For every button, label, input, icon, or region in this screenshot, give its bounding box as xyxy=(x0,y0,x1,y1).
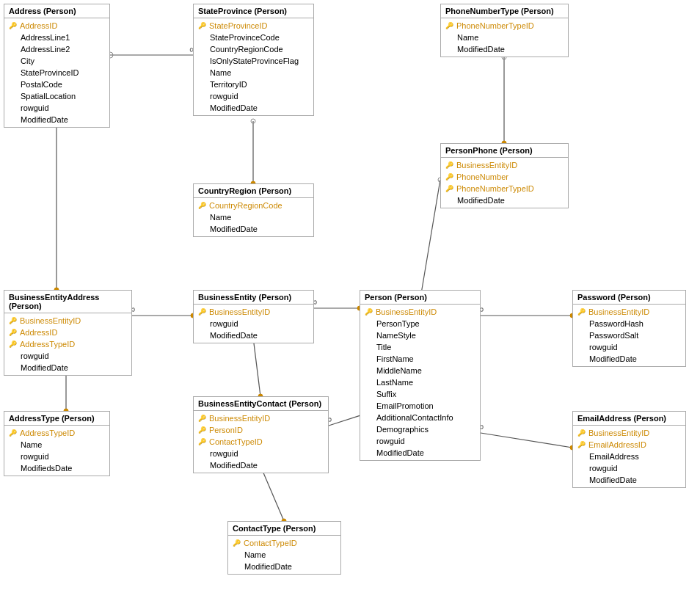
svg-point-4 xyxy=(251,119,255,123)
field-name: LastName xyxy=(376,378,413,387)
field-row: 🔑AddressTypeID xyxy=(4,338,131,350)
field-row: ModifiedDate xyxy=(441,43,568,55)
field-row: 🔑PhoneNumberTypeID xyxy=(441,20,568,32)
entity-header-businessentityaddress: BusinessEntityAddress (Person) xyxy=(4,291,131,313)
field-name: ModifiedDate xyxy=(210,461,258,470)
entity-emailaddress: EmailAddress (Person)🔑BusinessEntityID🔑E… xyxy=(572,411,686,488)
field-row: EmailAddress xyxy=(573,451,685,462)
svg-line-9 xyxy=(420,180,440,302)
field-name: Name xyxy=(244,550,266,559)
key-icon: 🔑 xyxy=(198,426,206,434)
field-name: Name xyxy=(457,33,478,42)
field-row: AddressLine2 xyxy=(4,43,109,55)
field-row: 🔑EmailAddressID xyxy=(573,439,685,451)
field-name: BusinessEntityID xyxy=(20,316,81,325)
field-name: ModifiedDate xyxy=(210,331,258,340)
key-icon: 🔑 xyxy=(198,308,206,316)
entity-address: Address (Person)🔑AddressIDAddressLine1Ad… xyxy=(4,4,110,128)
field-name: ModifiedDate xyxy=(21,363,68,372)
key-icon: 🔑 xyxy=(577,429,586,437)
field-row: Name xyxy=(194,211,313,223)
field-name: Demographics xyxy=(376,425,429,434)
field-name: BusinessEntityID xyxy=(456,161,517,170)
field-name: BusinessEntityID xyxy=(588,429,649,437)
field-name: AddressTypeID xyxy=(20,429,75,437)
entity-header-addresstype: AddressType (Person) xyxy=(4,412,109,426)
field-name: ModifiedDate xyxy=(244,562,292,571)
key-icon: 🔑 xyxy=(9,329,17,336)
field-row: 🔑AddressID xyxy=(4,327,131,338)
field-name: AddressID xyxy=(20,21,57,30)
field-name: BusinessEntityID xyxy=(376,307,437,316)
field-name: ModifiedDate xyxy=(21,115,68,124)
key-icon: 🔑 xyxy=(577,308,586,316)
field-row: StateProvinceCode xyxy=(194,32,313,43)
svg-line-32 xyxy=(260,466,284,521)
entity-body-personphone: 🔑BusinessEntityID🔑PhoneNumber🔑PhoneNumbe… xyxy=(441,158,568,208)
entity-header-password: Password (Person) xyxy=(573,291,685,305)
entity-body-businessentityaddress: 🔑BusinessEntityID🔑AddressID🔑AddressTypeI… xyxy=(4,313,131,375)
field-row: rowguid xyxy=(360,435,480,447)
key-icon: 🔑 xyxy=(198,438,206,445)
field-name: ModifiedDate xyxy=(376,448,424,457)
field-row: 🔑BusinessEntityID xyxy=(4,315,131,327)
field-row: 🔑BusinessEntityID xyxy=(573,306,685,318)
entity-body-countryregion: 🔑CountryRegionCodeNameModifiedDate xyxy=(194,198,313,236)
field-row: rowguid xyxy=(194,448,328,459)
field-name: PhoneNumberTypeID xyxy=(456,21,534,30)
field-name: Name xyxy=(21,440,42,449)
key-icon: 🔑 xyxy=(9,340,17,348)
entity-countryregion: CountryRegion (Person)🔑CountryRegionCode… xyxy=(193,183,314,237)
field-row: ModifiedDate xyxy=(228,561,340,572)
field-name: ModifiedDate xyxy=(457,196,505,205)
field-row: Name xyxy=(228,549,340,561)
field-row: rowguid xyxy=(4,451,109,462)
field-row: ModifiedDate xyxy=(194,329,313,341)
field-row: PasswordHash xyxy=(573,318,685,329)
field-name: AddressID xyxy=(20,328,57,337)
field-row: rowguid xyxy=(573,462,685,474)
field-name: rowguid xyxy=(210,92,238,101)
field-row: Suffix xyxy=(360,388,480,400)
field-name: AddressTypeID xyxy=(20,340,75,349)
field-row: Name xyxy=(194,67,313,79)
field-row: ModifiedDate xyxy=(194,223,313,235)
field-row: FirstName xyxy=(360,353,480,365)
entity-body-businessentitycontact: 🔑BusinessEntityID🔑PersonID🔑ContactTypeID… xyxy=(194,411,328,473)
field-row: ModifiedDate xyxy=(4,362,131,374)
field-row: MiddleName xyxy=(360,365,480,376)
field-name: EmailAddress xyxy=(589,452,639,461)
field-row: 🔑AddressTypeID xyxy=(4,427,109,439)
field-row: PostalCode xyxy=(4,79,109,90)
field-row: StateProvinceID xyxy=(4,67,109,79)
field-name: PhoneNumber xyxy=(456,172,508,181)
field-name: Name xyxy=(210,213,231,222)
entity-header-address: Address (Person) xyxy=(4,4,109,18)
field-name: ModifiedDate xyxy=(210,225,258,233)
field-row: 🔑CountryRegionCode xyxy=(194,200,313,211)
field-name: PersonType xyxy=(376,319,420,328)
field-row: 🔑BusinessEntityID xyxy=(194,306,313,318)
field-row: ModifiedDate xyxy=(573,474,685,486)
entity-body-phonenumbertype: 🔑PhoneNumberTypeIDNameModifiedDate xyxy=(441,18,568,57)
field-name: rowguid xyxy=(589,464,618,473)
field-name: CountryRegionCode xyxy=(210,45,283,54)
entity-body-address: 🔑AddressIDAddressLine1AddressLine2CitySt… xyxy=(4,18,109,127)
entity-password: Password (Person)🔑BusinessEntityIDPasswo… xyxy=(572,290,686,367)
field-name: AddressLine1 xyxy=(21,33,70,42)
field-row: CountryRegionCode xyxy=(194,43,313,55)
entity-person: Person (Person)🔑BusinessEntityIDPersonTy… xyxy=(360,290,481,461)
field-name: BusinessEntityID xyxy=(209,414,270,423)
entity-body-person: 🔑BusinessEntityIDPersonTypeNameStyleTitl… xyxy=(360,305,480,460)
field-row: 🔑BusinessEntityID xyxy=(360,306,480,318)
field-name: TerritoryID xyxy=(210,80,247,89)
field-row: IsOnlyStateProvinceFlag xyxy=(194,55,313,67)
field-name: BusinessEntityID xyxy=(209,307,270,316)
field-row: rowguid xyxy=(194,318,313,329)
field-name: AdditionalContactInfo xyxy=(376,413,453,422)
field-row: ModifiedDate xyxy=(573,353,685,365)
key-icon: 🔑 xyxy=(198,415,206,422)
field-name: StateProvinceCode xyxy=(210,33,280,42)
field-name: rowguid xyxy=(21,351,49,360)
entity-body-contacttype: 🔑ContactTypeIDNameModifiedDate xyxy=(228,536,340,574)
